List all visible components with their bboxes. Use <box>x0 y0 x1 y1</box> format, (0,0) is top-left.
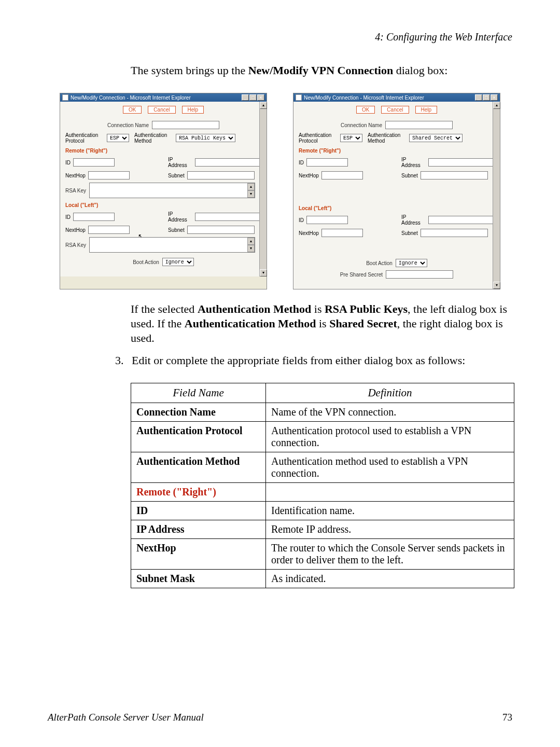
window-title: New/Modify Connection - Microsoft Intern… <box>71 95 191 101</box>
scroll-down-icon[interactable]: ▾ <box>247 245 255 252</box>
scroll-up-icon[interactable]: ▴ <box>247 238 255 245</box>
ie-icon <box>62 94 68 101</box>
window-title: New/Modify Connection - Microsoft Intern… <box>304 95 424 101</box>
help-button[interactable]: Help <box>182 106 204 114</box>
maximize-icon[interactable]: □ <box>249 94 257 101</box>
help-button[interactable]: Help <box>415 106 438 114</box>
txt: is <box>316 317 329 330</box>
local-nexthop-input[interactable] <box>321 229 363 237</box>
remote-subnet-input[interactable] <box>187 171 255 179</box>
auth-method-select[interactable]: RSA Public Keys <box>176 134 235 142</box>
close-icon[interactable]: × <box>491 94 498 101</box>
pre-shared-secret-input[interactable] <box>386 270 453 279</box>
step-3: 3. Edit or complete the appropriate fiel… <box>115 354 512 367</box>
chapter-header: 4: Configuring the Web Interface <box>48 31 512 43</box>
txt-bold: Authenticatication Method <box>185 317 316 330</box>
field-def: The router to which the Console Server s… <box>266 539 514 570</box>
dialog-rsa: New/Modify Connection - Microsoft Intern… <box>60 93 267 289</box>
id-label: ID <box>299 217 304 223</box>
ip-label: IP Address <box>168 157 192 168</box>
connection-name-input[interactable] <box>152 121 219 129</box>
txt-bold: RSA Public Keys <box>325 302 408 315</box>
titlebar: New/Modify Connection - Microsoft Intern… <box>293 93 500 102</box>
minimize-icon[interactable]: _ <box>242 94 249 101</box>
nexthop-label: NextHop <box>299 230 319 236</box>
remote-rsa-key-textarea[interactable]: ▴ ▾ <box>89 183 255 198</box>
subnet-label: Subnet <box>401 173 418 178</box>
table-row: IDIdentification name. <box>131 502 514 520</box>
local-id-input[interactable] <box>73 213 115 221</box>
auth-protocol-select[interactable]: ESP <box>107 134 129 142</box>
maximize-icon[interactable]: □ <box>483 94 490 101</box>
table-row: Authentication ProtocolAuthentication pr… <box>131 422 514 452</box>
table-row: Subnet MaskAs indicated. <box>131 570 514 588</box>
minimize-icon[interactable]: _ <box>475 94 482 101</box>
subnet-label: Subnet <box>168 227 185 233</box>
local-ip-input[interactable] <box>195 213 261 221</box>
field-name: IP Address <box>131 520 266 539</box>
field-def: Authentication method used to establish … <box>266 452 514 483</box>
scroll-down-icon[interactable]: ▾ <box>260 269 267 276</box>
remote-nexthop-input[interactable] <box>321 171 363 179</box>
local-rsa-key-textarea[interactable]: ▴ ▾ <box>89 237 255 253</box>
ip-label: IP Address <box>401 157 426 168</box>
page-footer: AlterPath Console Server User Manual 73 <box>48 712 512 723</box>
remote-id-input[interactable] <box>306 158 348 167</box>
cancel-button[interactable]: Cancel <box>148 106 175 114</box>
local-nexthop-input[interactable] <box>88 226 130 234</box>
scroll-down-icon[interactable]: ▾ <box>247 190 255 198</box>
rsa-key-label: RSA Key <box>65 188 86 193</box>
remote-ip-input[interactable] <box>195 158 261 167</box>
cancel-button[interactable]: Cancel <box>381 106 409 114</box>
ie-icon <box>296 94 302 101</box>
connection-name-label: Connection Name <box>341 122 382 128</box>
field-name-section: Remote ("Right") <box>131 483 266 502</box>
intro-sentence: The system brings up the New/Modify VPN … <box>131 64 512 77</box>
boot-action-select[interactable]: Ignore <box>162 258 194 266</box>
boot-action-label: Boot Action <box>133 259 159 265</box>
ip-label: IP Address <box>401 214 426 226</box>
remote-ip-input[interactable] <box>428 158 495 167</box>
id-label: ID <box>299 160 304 165</box>
table-head-definition: Definition <box>266 383 514 403</box>
field-def: Name of the VPN connection. <box>266 403 514 422</box>
field-name: ID <box>131 502 266 520</box>
remote-subnet-input[interactable] <box>421 171 488 179</box>
local-subnet-input[interactable] <box>187 226 255 234</box>
ok-button[interactable]: OK <box>123 106 142 114</box>
auth-protocol-label: Authentication Protocol <box>65 132 105 144</box>
table-row: IP AddressRemote IP address. <box>131 520 514 539</box>
step-number: 3. <box>115 354 127 367</box>
footer-manual-title: AlterPath Console Server User Manual <box>48 712 204 723</box>
scrollbar[interactable]: ▴ ▾ <box>493 102 500 289</box>
txt-bold: Authentication Method <box>198 302 311 315</box>
field-name: Connection Name <box>131 403 266 422</box>
connection-name-input[interactable] <box>385 121 453 129</box>
scroll-up-icon[interactable]: ▴ <box>247 183 255 190</box>
close-icon[interactable]: × <box>257 94 264 101</box>
scrollbar[interactable]: ▴ ▾ <box>259 102 267 276</box>
auth-method-select[interactable]: Shared Secret <box>409 134 463 142</box>
ok-button[interactable]: OK <box>356 106 375 114</box>
auth-method-label: Authentication Method <box>134 132 174 144</box>
table-row: Authentication MethodAuthentication meth… <box>131 452 514 483</box>
local-ip-input[interactable] <box>428 216 495 224</box>
txt-bold: Shared Secret <box>329 317 397 330</box>
local-id-input[interactable] <box>306 216 348 224</box>
dialog-shared-secret: New/Modify Connection - Microsoft Intern… <box>293 93 500 289</box>
scroll-up-icon[interactable]: ▴ <box>493 102 500 109</box>
field-name: Authentication Protocol <box>131 422 266 452</box>
remote-id-input[interactable] <box>73 158 115 167</box>
field-name: Authentication Method <box>131 452 266 483</box>
scroll-down-icon[interactable]: ▾ <box>493 282 500 289</box>
scroll-up-icon[interactable]: ▴ <box>260 102 267 109</box>
boot-action-label: Boot Action <box>366 260 393 266</box>
txt: is <box>311 302 325 315</box>
remote-nexthop-input[interactable] <box>88 171 130 179</box>
boot-action-select[interactable]: Ignore <box>396 259 427 267</box>
local-subnet-input[interactable] <box>421 229 488 237</box>
intro-suffix: dialog box: <box>393 64 447 77</box>
step-text: Edit or complete the appropriate fields … <box>132 354 465 367</box>
auth-protocol-select[interactable]: ESP <box>340 134 362 142</box>
local-header: Local ("Left") <box>65 202 261 208</box>
